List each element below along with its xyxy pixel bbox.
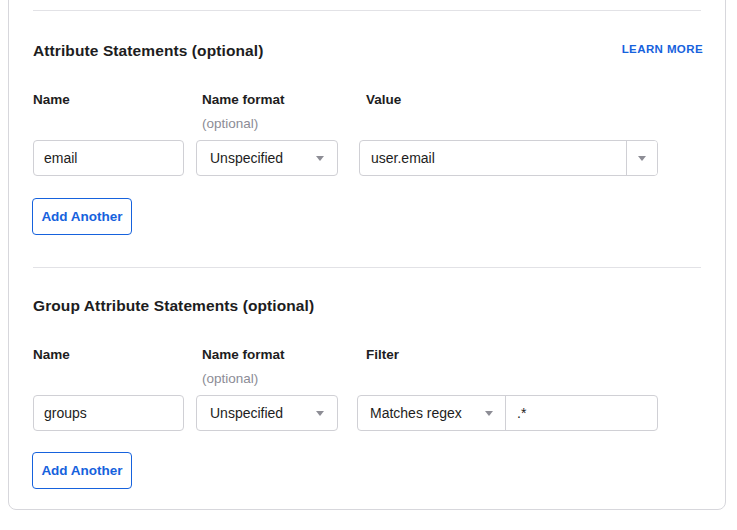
- group-filter-type-select[interactable]: Matches regex: [358, 396, 506, 430]
- attribute-statements-title: Attribute Statements (optional): [33, 42, 263, 60]
- attr-name-format-column-label: Name format: [202, 92, 285, 107]
- attr-name-column-label: Name: [33, 92, 70, 107]
- attr-name-input[interactable]: [33, 140, 184, 176]
- attr-name-format-select[interactable]: Unspecified: [196, 140, 338, 176]
- attr-value-column-label: Value: [366, 92, 401, 107]
- section-divider-middle: [33, 267, 701, 268]
- chevron-down-icon: [485, 411, 493, 416]
- group-name-format-column-label: Name format: [202, 347, 285, 362]
- attr-name-format-optional-hint: (optional): [202, 116, 258, 131]
- group-name-column-label: Name: [33, 347, 70, 362]
- chevron-down-icon: [316, 411, 324, 416]
- group-name-format-optional-hint: (optional): [202, 371, 258, 386]
- group-name-input[interactable]: [33, 395, 184, 431]
- group-filter-group: Matches regex: [357, 395, 658, 431]
- group-add-another-button[interactable]: Add Another: [32, 452, 132, 489]
- attr-name-format-selected-value: Unspecified: [210, 150, 283, 166]
- group-filter-type-selected-value: Matches regex: [370, 405, 462, 421]
- group-attribute-statements-title: Group Attribute Statements (optional): [33, 297, 314, 315]
- group-filter-value-input[interactable]: [506, 396, 657, 430]
- attr-value-input[interactable]: [360, 141, 626, 175]
- chevron-down-icon: [316, 156, 324, 161]
- group-filter-column-label: Filter: [366, 347, 399, 362]
- learn-more-link[interactable]: LEARN MORE: [622, 43, 703, 55]
- group-name-format-selected-value: Unspecified: [210, 405, 283, 421]
- saml-settings-screen: Attribute Statements (optional) LEARN MO…: [0, 0, 737, 530]
- group-name-format-select[interactable]: Unspecified: [196, 395, 338, 431]
- section-divider-top: [33, 10, 701, 11]
- attr-value-dropdown-button[interactable]: [626, 141, 657, 175]
- attr-add-another-button[interactable]: Add Another: [32, 198, 132, 235]
- attr-value-combobox: [359, 140, 658, 176]
- settings-card: [8, 0, 726, 510]
- chevron-down-icon: [638, 156, 646, 161]
